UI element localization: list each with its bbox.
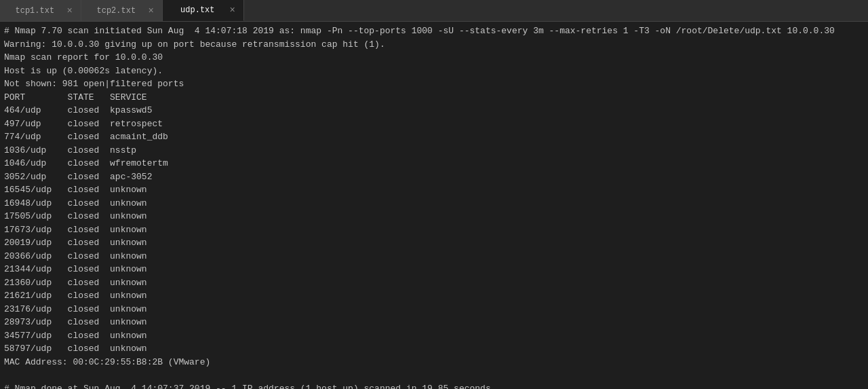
tab-tcp1-label: tcp1.txt: [8, 6, 62, 16]
content-area: # Nmap 7.70 scan initiated Sun Aug 4 14:…: [0, 22, 868, 389]
tab-tcp2-label: tcp2.txt: [90, 6, 143, 16]
tab-udp-label: udp.txt: [171, 5, 224, 15]
tab-spacer: [244, 0, 868, 21]
tab-udp-close[interactable]: ×: [230, 5, 235, 15]
tab-tcp2[interactable]: tcp2.txt ×: [81, 0, 163, 21]
tab-udp[interactable]: udp.txt ×: [163, 0, 244, 21]
tab-tcp1[interactable]: tcp1.txt ×: [0, 0, 81, 21]
tab-tcp1-close[interactable]: ×: [67, 6, 73, 16]
tab-tcp2-close[interactable]: ×: [149, 6, 154, 16]
tabs-bar: tcp1.txt × tcp2.txt × udp.txt ×: [0, 0, 868, 22]
